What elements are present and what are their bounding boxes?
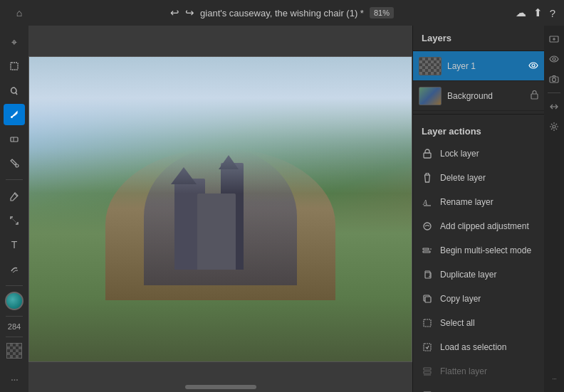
tool-lasso[interactable] bbox=[4, 80, 25, 101]
tool-pen[interactable] bbox=[4, 186, 25, 207]
action-duplicate-label: Duplicate layer bbox=[440, 270, 496, 280]
background-name: Background bbox=[447, 91, 525, 101]
duplicate-icon bbox=[422, 269, 433, 280]
export-icon[interactable]: ⬆ bbox=[533, 6, 543, 19]
visibility-panel-icon[interactable] bbox=[546, 51, 562, 67]
svg-point-2 bbox=[11, 116, 13, 118]
topbar-right: ☁ ⬆ ? bbox=[516, 6, 555, 19]
layer-actions-title: Layer actions bbox=[422, 126, 481, 137]
action-clipped-label: Add clipped adjustment bbox=[440, 221, 529, 231]
doc-title: giant's causeway, the wishing chair (1) … bbox=[200, 8, 364, 18]
action-lock-layer[interactable]: Lock layer bbox=[413, 142, 544, 166]
svg-rect-23 bbox=[424, 371, 431, 374]
action-copy-label: Copy layer bbox=[440, 294, 481, 304]
layer1-thumb bbox=[419, 57, 442, 75]
color-picker[interactable] bbox=[5, 292, 24, 310]
tool-crop[interactable] bbox=[4, 210, 25, 231]
layer1-visibility-icon[interactable] bbox=[528, 61, 538, 71]
svg-point-35 bbox=[553, 78, 556, 82]
help-icon[interactable]: ? bbox=[550, 7, 555, 19]
svg-point-5 bbox=[16, 164, 19, 167]
camera-icon[interactable] bbox=[546, 71, 562, 87]
svg-point-13 bbox=[424, 223, 431, 230]
copy-icon bbox=[422, 293, 433, 304]
action-flatten-layer: Flatten layer bbox=[413, 359, 544, 383]
action-rename-label: Rename layer bbox=[440, 197, 494, 207]
action-select-all-label: Select all bbox=[440, 318, 475, 328]
action-delete-layer[interactable]: Delete layer bbox=[413, 166, 544, 190]
layers-panel: Layers Layer 1 Background bbox=[412, 26, 544, 392]
layer-item-layer1[interactable]: Layer 1 bbox=[413, 51, 544, 81]
tool-fill[interactable] bbox=[4, 152, 25, 174]
svg-rect-3 bbox=[11, 137, 18, 142]
brush-size[interactable]: 284 bbox=[8, 322, 21, 331]
background-lock-icon bbox=[531, 90, 538, 102]
load-sel-icon bbox=[422, 341, 433, 353]
svg-rect-0 bbox=[11, 63, 18, 70]
redo-icon[interactable]: ↪ bbox=[185, 6, 194, 19]
svg-rect-19 bbox=[425, 297, 431, 302]
action-load-selection[interactable]: Load as selection bbox=[413, 335, 544, 359]
home-icon[interactable]: ⌂ bbox=[9, 2, 30, 23]
layers-title: Layers bbox=[422, 33, 536, 43]
topbar-center: ↩ ↪ giant's causeway, the wishing chair … bbox=[170, 6, 394, 19]
cloud-icon[interactable]: ☁ bbox=[516, 6, 526, 19]
left-toolbar: ⌖ bbox=[0, 26, 28, 392]
layer-actions-header: Layer actions bbox=[413, 117, 544, 142]
flatten-icon bbox=[422, 366, 433, 377]
svg-point-37 bbox=[553, 125, 555, 128]
tool-brush[interactable] bbox=[4, 104, 25, 125]
action-lock-label: Lock layer bbox=[440, 149, 479, 159]
svg-rect-9 bbox=[531, 94, 538, 99]
action-add-clipped[interactable]: Add clipped adjustment bbox=[413, 214, 544, 238]
tool-marquee[interactable] bbox=[4, 55, 25, 77]
action-load-sel-label: Load as selection bbox=[440, 342, 506, 352]
svg-point-33 bbox=[553, 58, 555, 60]
side-icons: ··· bbox=[544, 26, 564, 392]
settings-icon[interactable] bbox=[546, 119, 562, 134]
zoom-level[interactable]: 81% bbox=[370, 7, 394, 18]
action-select-all[interactable]: Select all bbox=[413, 311, 544, 335]
action-multi-label: Begin multi-select mode bbox=[440, 245, 531, 255]
add-layer-icon[interactable] bbox=[546, 31, 562, 47]
svg-rect-15 bbox=[423, 251, 430, 253]
horizontal-scrollbar[interactable] bbox=[185, 385, 256, 389]
undo-icon[interactable]: ↩ bbox=[170, 6, 179, 19]
svg-line-1 bbox=[16, 92, 17, 95]
tool-move[interactable]: ⌖ bbox=[4, 31, 25, 53]
svg-rect-21 bbox=[424, 344, 431, 351]
action-merge-down[interactable]: Merge down bbox=[413, 383, 544, 392]
main-area: ⌖ bbox=[0, 26, 564, 392]
tool-text[interactable]: T bbox=[4, 234, 25, 255]
action-multi-select[interactable]: Begin multi-select mode bbox=[413, 238, 544, 263]
action-delete-label: Delete layer bbox=[440, 173, 486, 183]
svg-rect-22 bbox=[424, 368, 431, 370]
canvas-image[interactable] bbox=[28, 56, 412, 362]
topbar-left: ⌂ bbox=[9, 2, 30, 23]
tool-smudge[interactable] bbox=[4, 258, 25, 280]
lock-icon bbox=[422, 148, 433, 159]
multiselect-icon bbox=[422, 245, 433, 256]
transform-icon[interactable] bbox=[546, 99, 562, 115]
layers-header: Layers bbox=[413, 26, 544, 51]
panel-divider bbox=[413, 114, 544, 115]
side-separator-1 bbox=[548, 92, 560, 93]
select-all-icon bbox=[422, 317, 433, 329]
background-thumb bbox=[419, 87, 442, 105]
tool-eraser[interactable] bbox=[4, 128, 25, 149]
more-tools-icon[interactable]: ··· bbox=[11, 374, 18, 386]
canvas-area bbox=[28, 26, 412, 392]
more-side-icon[interactable]: ··· bbox=[546, 371, 562, 386]
action-copy-layer[interactable]: Copy layer bbox=[413, 287, 544, 311]
layer-item-background[interactable]: Background bbox=[413, 81, 544, 111]
action-list: Lock layer Delete layer A bbox=[413, 142, 544, 392]
trash-icon bbox=[422, 172, 433, 184]
action-duplicate-layer[interactable]: Duplicate layer bbox=[413, 263, 544, 287]
svg-rect-10 bbox=[424, 153, 431, 158]
action-rename-layer[interactable]: A Rename layer bbox=[413, 190, 544, 214]
action-flatten-label: Flatten layer bbox=[440, 366, 487, 376]
transparency-swatch[interactable] bbox=[6, 343, 22, 359]
rename-icon: A bbox=[422, 196, 433, 208]
svg-point-8 bbox=[532, 64, 535, 67]
clipped-icon bbox=[422, 221, 433, 232]
